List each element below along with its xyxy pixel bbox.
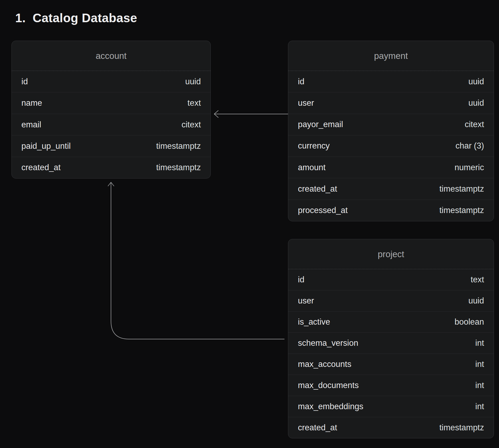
table-account[interactable]: account iduuidnametextemailcitextpaid_up… bbox=[11, 41, 211, 179]
table-fields: idtextuseruuidis_activebooleanschema_ver… bbox=[288, 269, 494, 438]
field-name: amount bbox=[298, 163, 325, 172]
field-type: timestamptz bbox=[156, 163, 201, 172]
field-name: max_documents bbox=[298, 381, 359, 390]
field-type: int bbox=[475, 402, 484, 411]
field-type: uuid bbox=[185, 77, 201, 86]
field-row[interactable]: created_attimestamptz bbox=[288, 178, 494, 200]
field-row[interactable]: iduuid bbox=[12, 71, 210, 92]
field-type: uuid bbox=[468, 77, 484, 86]
field-type: char (3) bbox=[455, 141, 484, 151]
field-type: timestamptz bbox=[439, 206, 484, 215]
field-row[interactable]: useruuid bbox=[288, 290, 494, 312]
field-name: id bbox=[21, 77, 28, 86]
field-name: id bbox=[298, 275, 304, 284]
field-type: timestamptz bbox=[439, 423, 484, 432]
field-row[interactable]: currencychar (3) bbox=[288, 135, 494, 157]
table-project[interactable]: project idtextuseruuidis_activebooleansc… bbox=[288, 239, 494, 438]
field-name: currency bbox=[298, 141, 330, 151]
table-title: project bbox=[378, 249, 404, 259]
field-name: id bbox=[298, 77, 304, 86]
relation-project-to-account[interactable] bbox=[108, 182, 284, 339]
field-name: max_accounts bbox=[298, 359, 351, 369]
field-type: numeric bbox=[455, 163, 484, 172]
field-name: user bbox=[298, 98, 314, 108]
field-row[interactable]: payor_emailcitext bbox=[288, 114, 494, 135]
field-type: citext bbox=[465, 120, 484, 129]
field-name: processed_at bbox=[298, 206, 348, 215]
table-header[interactable]: project bbox=[288, 239, 494, 269]
field-name: schema_version bbox=[298, 338, 358, 348]
field-type: uuid bbox=[468, 296, 484, 306]
table-fields: iduuidnametextemailcitextpaid_up_untilti… bbox=[12, 71, 210, 178]
table-fields: iduuiduseruuidpayor_emailcitextcurrencyc… bbox=[288, 71, 494, 221]
field-name: max_embeddings bbox=[298, 402, 363, 411]
field-type: boolean bbox=[455, 317, 484, 327]
field-type: int bbox=[475, 359, 484, 369]
relation-line bbox=[111, 183, 284, 339]
field-name: name bbox=[21, 98, 42, 108]
field-name: created_at bbox=[21, 163, 61, 172]
field-name: created_at bbox=[298, 423, 337, 432]
field-row[interactable]: created_attimestamptz bbox=[12, 157, 210, 178]
field-type: text bbox=[187, 98, 201, 108]
field-name: is_active bbox=[298, 317, 330, 327]
field-row[interactable]: amountnumeric bbox=[288, 157, 494, 178]
table-title: account bbox=[96, 51, 127, 61]
field-row[interactable]: is_activeboolean bbox=[288, 312, 494, 333]
field-row[interactable]: max_accountsint bbox=[288, 354, 494, 375]
field-type: citext bbox=[182, 120, 201, 130]
table-title: payment bbox=[374, 51, 408, 61]
table-payment[interactable]: payment iduuiduseruuidpayor_emailcitextc… bbox=[288, 41, 494, 221]
field-row[interactable]: paid_up_untiltimestamptz bbox=[12, 135, 210, 157]
table-header[interactable]: account bbox=[12, 41, 210, 71]
field-row[interactable]: iduuid bbox=[288, 71, 494, 92]
field-name: user bbox=[298, 296, 314, 306]
field-type: int bbox=[475, 381, 484, 390]
field-name: created_at bbox=[298, 184, 337, 194]
field-name: paid_up_until bbox=[21, 141, 71, 151]
field-type: timestamptz bbox=[439, 184, 484, 194]
field-type: timestamptz bbox=[156, 141, 201, 151]
field-name: payor_email bbox=[298, 120, 343, 129]
field-name: email bbox=[21, 120, 41, 130]
field-row[interactable]: max_documentsint bbox=[288, 375, 494, 396]
field-row[interactable]: nametext bbox=[12, 92, 210, 114]
field-type: int bbox=[475, 338, 484, 348]
field-row[interactable]: schema_versionint bbox=[288, 333, 494, 354]
field-row[interactable]: idtext bbox=[288, 269, 494, 290]
relation-payment-to-account[interactable] bbox=[214, 111, 288, 117]
field-row[interactable]: emailcitext bbox=[12, 114, 210, 135]
field-type: uuid bbox=[468, 98, 484, 108]
diagram-canvas[interactable]: 1. Catalog Database account iduuidnamete… bbox=[0, 0, 499, 448]
table-header[interactable]: payment bbox=[288, 41, 494, 71]
field-row[interactable]: processed_attimestamptz bbox=[288, 200, 494, 221]
field-type: text bbox=[471, 275, 484, 284]
field-row[interactable]: max_embeddingsint bbox=[288, 396, 494, 417]
field-row[interactable]: created_attimestamptz bbox=[288, 417, 494, 438]
field-row[interactable]: useruuid bbox=[288, 92, 494, 114]
